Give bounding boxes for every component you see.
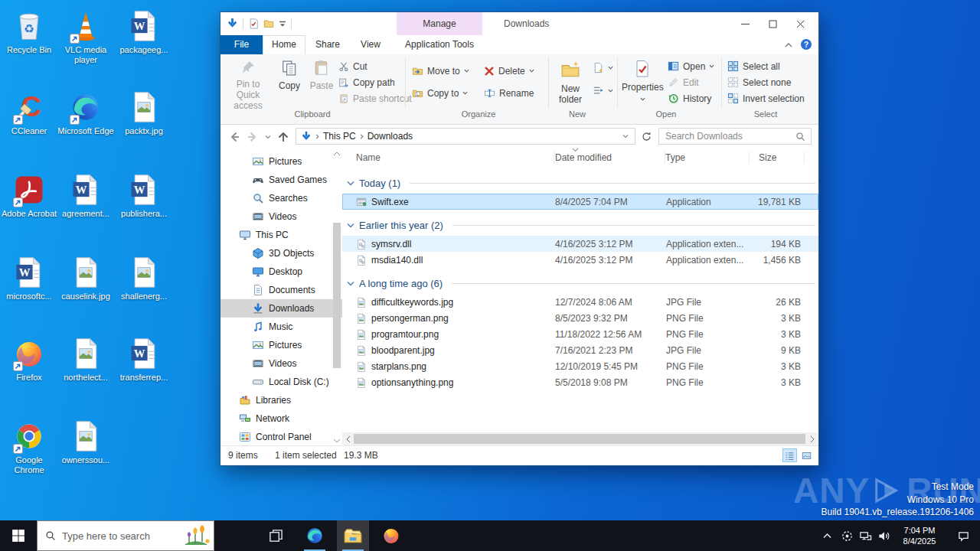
desktop-icon-packtx-jpg[interactable]: packtx.jpg — [116, 90, 172, 136]
scroll-down-arrow[interactable] — [332, 435, 341, 446]
tab-application-tools[interactable]: Application Tools — [397, 35, 482, 54]
action-center-button[interactable] — [949, 520, 977, 551]
new-item-button[interactable] — [593, 60, 614, 75]
manage-contextual-label[interactable]: Manage — [397, 12, 482, 35]
group-header-earlier-this-year-2[interactable]: Earlier this year (2) — [347, 217, 815, 233]
horizontal-scrollbar[interactable] — [342, 432, 818, 445]
group-collapse-icon[interactable] — [347, 181, 354, 186]
help-button[interactable]: ? — [800, 38, 812, 51]
address-dropdown-button[interactable] — [622, 133, 629, 139]
breadcrumb-downloads[interactable]: Downloads — [364, 131, 416, 142]
rename-button[interactable]: Rename — [484, 86, 545, 100]
sidebar-item-control-panel[interactable]: Control Panel — [220, 428, 342, 446]
cut-button[interactable]: Cut — [338, 59, 401, 73]
desktop-icon-vlc-media-player[interactable]: VLC media player — [57, 9, 114, 65]
desktop-icon-agreement[interactable]: Wagreement... — [57, 173, 114, 219]
scrollbar-thumb[interactable] — [354, 434, 805, 444]
column-header-size[interactable]: Size — [750, 152, 805, 164]
details-view-button[interactable] — [782, 448, 797, 462]
tab-file[interactable]: File — [220, 35, 263, 54]
paste-button[interactable]: Paste — [306, 56, 337, 106]
minimize-ribbon-button[interactable] — [785, 41, 792, 49]
sidebar-item-downloads-selected[interactable]: Downloads — [220, 299, 342, 318]
tab-view[interactable]: View — [350, 35, 391, 54]
close-button[interactable] — [786, 12, 814, 35]
desktop-icon-causelink-jpg[interactable]: causelink.jpg — [57, 256, 114, 302]
tray-capture-button[interactable] — [838, 520, 856, 551]
file-row-swift-exe[interactable]: Swift.exe8/4/2025 7:04 PMApplication19,7… — [342, 194, 818, 210]
invert-selection-button[interactable]: Invert selection — [727, 91, 813, 106]
sidebar-item-videos[interactable]: Videos — [220, 207, 342, 226]
properties-qat-button[interactable] — [248, 18, 259, 29]
tray-expand-button[interactable] — [818, 520, 836, 551]
copy-path-button[interactable]: Copy path — [338, 75, 401, 90]
sidebar-item-documents[interactable]: Documents — [220, 281, 342, 299]
customize-qat-button[interactable] — [279, 20, 286, 28]
file-row-persongerman-png[interactable]: persongerman.png8/5/2023 9:32 PMPNG File… — [342, 310, 818, 326]
scroll-right-arrow[interactable] — [807, 432, 818, 445]
file-row-msdia140-dll[interactable]: msdia140.dll4/16/2025 3:12 PMApplication… — [342, 252, 818, 268]
group-collapse-icon[interactable] — [347, 281, 354, 286]
file-row-bloodparent-jpg[interactable]: bloodparent.jpg7/16/2021 2:23 PMJPG File… — [342, 342, 818, 358]
file-row-programtour-png[interactable]: programtour.png11/18/2022 12:56 AMPNG Fi… — [342, 326, 818, 342]
task-view-button[interactable] — [262, 520, 289, 551]
taskbar-edge-button[interactable] — [299, 520, 331, 551]
desktop-icon-microsoft-edge[interactable]: Microsoft Edge — [57, 90, 114, 136]
properties-button[interactable]: Properties — [622, 56, 663, 106]
tab-share[interactable]: Share — [307, 35, 348, 54]
minimize-button[interactable] — [731, 12, 759, 35]
desktop-icon-transferrep[interactable]: Wtransferrep... — [116, 337, 172, 383]
taskbar-search[interactable]: Type here to search — [37, 520, 214, 551]
sidebar-item-3d-objects[interactable]: 3D Objects — [220, 244, 342, 262]
desktop-icon-google-chrome[interactable]: Google Chrome — [1, 419, 57, 475]
desktop-icon-adobe-acrobat[interactable]: Adobe Acrobat — [1, 173, 57, 219]
desktop-icon-ccleaner[interactable]: CCCleaner — [1, 90, 57, 136]
refresh-button[interactable] — [641, 131, 652, 142]
taskbar-firefox-button[interactable] — [375, 520, 407, 551]
back-button[interactable] — [228, 131, 240, 143]
column-header-date-modified[interactable]: Date modified — [554, 152, 665, 164]
tray-network-button[interactable] — [856, 520, 874, 551]
desktop-icon-northelect[interactable]: northelect... — [57, 337, 114, 383]
scrollbar-thumb[interactable] — [333, 223, 341, 368]
sidebar-item-pictures[interactable]: Pictures — [220, 152, 342, 171]
group-collapse-icon[interactable] — [347, 223, 354, 228]
group-header-a-long-time-ago-6[interactable]: A long time ago (6) — [347, 276, 815, 291]
delete-button[interactable]: Delete — [484, 64, 545, 78]
desktop-icon-microsoftc[interactable]: Wmicrosoftc... — [1, 256, 57, 302]
desktop-icon-publishera[interactable]: Wpublishera... — [116, 173, 172, 219]
desktop-icon-ownerssou[interactable]: ownerssou... — [57, 419, 114, 465]
file-row-starplans-png[interactable]: starplans.png12/10/2019 5:45 PMPNG File3… — [342, 358, 818, 374]
copy-to-button[interactable]: Copy to — [412, 86, 478, 100]
open-button[interactable]: Open — [668, 59, 715, 73]
sidebar-item-network[interactable]: Network — [220, 409, 342, 428]
new-folder-qat-button[interactable] — [263, 18, 274, 29]
sidebar-item-pictures[interactable]: Pictures — [220, 336, 342, 354]
new-folder-button[interactable]: New folder — [553, 56, 588, 106]
paste-shortcut-button[interactable]: Paste shortcut — [338, 91, 404, 106]
edit-button[interactable]: Edit — [668, 75, 715, 90]
select-none-button[interactable]: Select none — [727, 75, 807, 90]
up-button[interactable] — [277, 131, 289, 143]
desktop-icon-firefox[interactable]: Firefox — [1, 337, 57, 383]
sidebar-item-this-pc[interactable]: This PC — [220, 226, 342, 244]
title-bar[interactable]: Manage Downloads — [220, 12, 818, 35]
taskbar-explorer-button[interactable] — [337, 520, 369, 551]
recent-locations-button[interactable] — [265, 134, 271, 140]
sidebar-item-videos[interactable]: Videos — [220, 354, 342, 373]
start-button[interactable] — [2, 520, 35, 551]
scroll-up-arrow[interactable] — [332, 148, 341, 158]
pin-to-quick-access-button[interactable]: Pin to Quick access — [225, 56, 271, 106]
easy-access-button[interactable] — [593, 83, 614, 98]
sidebar-item-desktop[interactable]: Desktop — [220, 262, 342, 281]
scroll-left-arrow[interactable] — [342, 432, 354, 445]
thumbnails-view-button[interactable] — [799, 448, 814, 462]
column-header-name[interactable]: Name — [342, 152, 554, 164]
search-box[interactable]: Search Downloads — [658, 128, 812, 145]
nav-scrollbar[interactable] — [332, 148, 341, 446]
file-row-symsrv-dll[interactable]: symsrv.dll4/16/2025 3:12 PMApplication e… — [342, 236, 818, 252]
file-row-difficultkeywords-jpg[interactable]: difficultkeywords.jpg12/7/2024 8:06 AMJP… — [342, 294, 818, 310]
select-all-button[interactable]: Select all — [727, 59, 807, 73]
desktop-icon-packageeg[interactable]: Wpackageeg... — [116, 9, 172, 55]
file-row-optionsanything-png[interactable]: optionsanything.png5/5/2018 9:08 PMPNG F… — [342, 374, 818, 390]
